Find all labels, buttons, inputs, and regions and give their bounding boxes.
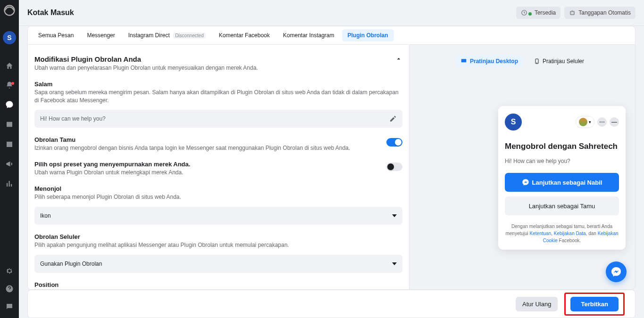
megaphone-icon[interactable]	[5, 159, 14, 169]
user-avatar-icon	[579, 118, 587, 126]
section-title: Modifikasi Plugin Obrolan Anda	[34, 55, 258, 63]
mobile-icon	[534, 58, 540, 65]
publish-highlight: Terbitkan	[564, 293, 625, 316]
messenger-icon	[522, 179, 529, 186]
page-title: Kotak Masuk	[27, 8, 74, 17]
continue-as-user-button[interactable]: Lanjutkan sebagai Nabil	[505, 173, 619, 192]
auto-response-label: Tanggapan Otomatis	[578, 9, 631, 16]
greeting-label: Salam	[34, 81, 402, 88]
preview-mobile-label: Pratinjau Seluler	[543, 58, 584, 65]
edit-icon[interactable]	[389, 115, 397, 122]
mobile-chat-description: Pilih apakah pengunjung melihat aplikasi…	[34, 241, 402, 249]
section-subtitle: Ubah warna dan penyelarasan Plugin Obrol…	[34, 64, 258, 72]
preset-toggle[interactable]	[386, 163, 402, 171]
chat-terms-text: Dengan melanjutkan sebagai tamu, berarti…	[505, 223, 619, 244]
svg-point-5	[573, 13, 574, 14]
chevron-up-icon[interactable]	[395, 55, 402, 63]
greeting-input[interactable]: Hi! How can we help you?	[34, 110, 402, 128]
svg-point-4	[571, 13, 572, 14]
feedback-icon[interactable]	[5, 302, 14, 311]
meta-logo-icon[interactable]	[3, 4, 16, 17]
caret-down-icon	[392, 262, 397, 265]
home-icon[interactable]	[5, 61, 14, 71]
clock-icon	[521, 9, 527, 16]
position-label: Position	[34, 281, 402, 288]
calendar-icon[interactable]	[5, 139, 14, 149]
data-policy-link[interactable]: Kebijakan Data	[554, 231, 586, 236]
help-icon[interactable]	[5, 284, 14, 294]
preview-panel: Pratinjau Desktop Pratinjau Seluler S ▾ …	[410, 45, 636, 290]
posts-icon[interactable]	[5, 120, 14, 129]
svg-rect-3	[570, 11, 574, 15]
settings-icon[interactable]	[5, 266, 14, 276]
continue-as-user-label: Lanjutkan sebagai Nabil	[532, 179, 602, 186]
app-sidebar: S	[0, 0, 19, 318]
settings-panel: Modifikasi Plugin Obrolan Anda Ubah warn…	[27, 45, 410, 290]
mobile-chat-label: Obrolan Seluler	[34, 233, 402, 240]
tab-chat-plugin[interactable]: Plugin Obrolan	[342, 29, 394, 41]
insights-icon[interactable]	[5, 179, 14, 188]
tab-instagram-direct[interactable]: Instagram Direct Disconnected	[123, 29, 211, 41]
availability-label: Tersedia	[535, 9, 556, 16]
tab-all-messages[interactable]: Semua Pesan	[33, 29, 79, 41]
chat-page-avatar: S	[505, 114, 522, 130]
preview-mobile-tab[interactable]: Pratinjau Seluler	[529, 55, 589, 67]
guest-chat-description: Izinkan orang mengobrol dengan bisnis An…	[34, 144, 372, 152]
top-bar: Kotak Masuk Tersedia Tanggapan Otomatis	[19, 0, 644, 26]
minimize-button[interactable]: —	[610, 117, 619, 127]
publish-button[interactable]: Terbitkan	[570, 297, 619, 311]
inbox-tabs: Semua Pesan Messenger Instagram Direct D…	[27, 26, 636, 45]
guest-chat-label: Obrolan Tamu	[34, 136, 372, 143]
preset-description: Ubah warna Plugin Obrolan untuk melengka…	[34, 169, 372, 177]
availability-button[interactable]: Tersedia	[516, 7, 560, 19]
chat-preview-card: S ▾ ⋯ — Mengobrol dengan Sahretech Hi! H…	[498, 106, 626, 250]
main-area: Kotak Masuk Tersedia Tanggapan Otomatis …	[19, 0, 644, 318]
greeting-description: Sapa orang sebelum mereka mengirim pesan…	[34, 89, 402, 105]
user-chip[interactable]: ▾	[576, 116, 594, 128]
preset-label: Pilih opsi preset yang menyempurnakan me…	[34, 161, 372, 168]
robot-icon	[569, 9, 576, 16]
content-row: Modifikasi Plugin Obrolan Anda Ubah warn…	[27, 45, 636, 290]
preview-desktop-tab[interactable]: Pratinjau Desktop	[456, 55, 523, 67]
chat-title: Mengobrol dengan Sahretech	[505, 142, 619, 151]
prominence-select[interactable]: Ikon	[34, 207, 402, 225]
preview-desktop-label: Pratinjau Desktop	[470, 58, 518, 65]
prominence-label: Menonjol	[34, 185, 402, 192]
caret-down-icon	[392, 214, 397, 217]
auto-response-button[interactable]: Tanggapan Otomatis	[564, 7, 636, 19]
bottom-action-bar: Atur Ulang Terbitkan	[27, 290, 636, 318]
guest-chat-toggle[interactable]	[386, 138, 402, 147]
continue-as-guest-button[interactable]: Lanjutkan sebagai Tamu	[505, 196, 619, 215]
prominence-description: Pilih seberapa menonjol Plugin Obrolan d…	[34, 193, 402, 201]
prominence-value: Ikon	[40, 212, 51, 219]
messenger-icon	[611, 266, 622, 277]
more-button[interactable]: ⋯	[597, 117, 607, 127]
greeting-value: Hi! How can we help you?	[40, 115, 106, 122]
chat-icon[interactable]	[5, 100, 14, 109]
tab-fb-comments[interactable]: Komentar Facebook	[213, 29, 276, 41]
disconnected-badge: Disconnected	[173, 33, 206, 39]
reset-button[interactable]: Atur Ulang	[516, 297, 558, 311]
menu-icon[interactable]	[5, 199, 14, 208]
tab-messenger[interactable]: Messenger	[81, 29, 120, 41]
tab-instagram-label: Instagram Direct	[128, 32, 170, 39]
bell-icon[interactable]	[5, 81, 14, 90]
desktop-icon	[460, 58, 467, 65]
page-avatar[interactable]: S	[3, 31, 16, 44]
svg-point-7	[536, 63, 537, 63]
mobile-chat-select[interactable]: Gunakan Plugin Obrolan	[34, 255, 402, 273]
chat-greeting-text: Hi! How can we help you?	[505, 158, 619, 164]
messenger-fab[interactable]	[606, 261, 627, 282]
tab-ig-comments[interactable]: Komentar Instagram	[277, 29, 340, 41]
terms-link[interactable]: Ketentuan	[530, 231, 552, 236]
mobile-chat-value: Gunakan Plugin Obrolan	[40, 261, 102, 267]
